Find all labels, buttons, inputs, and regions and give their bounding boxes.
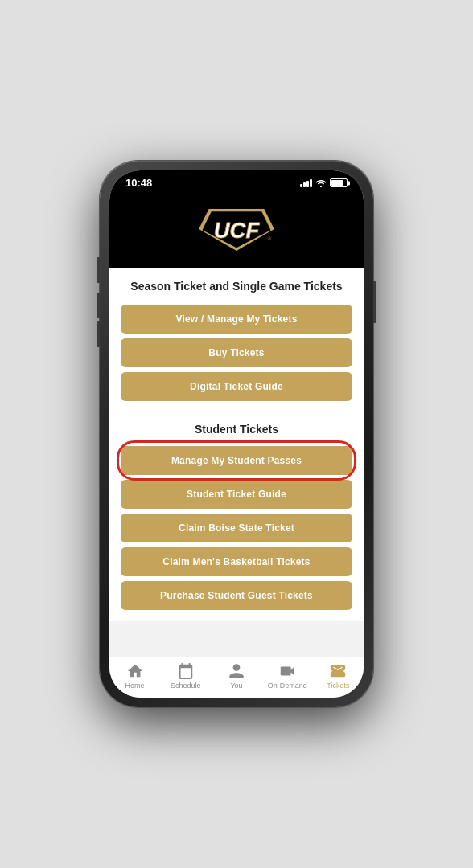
manage-student-passes-button[interactable]: Manage My Student Passes	[121, 446, 352, 475]
person-icon	[228, 662, 245, 680]
header-area: UCF UCF ®	[109, 192, 364, 268]
buy-tickets-button[interactable]: Buy Tickets	[121, 338, 352, 367]
bottom-nav: Home Schedule You On-De	[109, 657, 364, 698]
digital-ticket-guide-button[interactable]: Digital Ticket Guide	[121, 372, 352, 401]
nav-tickets-label: Tickets	[327, 682, 349, 690]
section2-buttons: Manage My Student Passes Student Ticket …	[109, 443, 364, 621]
student-ticket-guide-button[interactable]: Student Ticket Guide	[121, 480, 352, 509]
section1-buttons: View / Manage My Tickets Buy Tickets Dig…	[109, 301, 364, 412]
svg-text:®: ®	[268, 236, 272, 241]
nav-home-label: Home	[125, 682, 145, 690]
nav-you-label: You	[230, 682, 242, 690]
claim-basketball-tickets-button[interactable]: Claim Men's Basketball Tickets	[121, 547, 352, 576]
manage-student-passes-wrapper: Manage My Student Passes	[121, 446, 352, 475]
section1-heading: Season Ticket and Single Game Tickets	[109, 268, 364, 301]
nav-tickets[interactable]: Tickets	[318, 662, 358, 690]
signal-icon	[300, 179, 312, 187]
nav-ondemand-label: On-Demand	[268, 682, 307, 690]
status-icons	[300, 178, 348, 187]
home-icon	[126, 662, 144, 680]
section2-heading: Student Tickets	[109, 412, 364, 443]
ticket-icon	[329, 662, 347, 680]
nav-home[interactable]: Home	[115, 662, 155, 690]
notch	[196, 170, 277, 188]
phone-screen: 10:48	[109, 170, 364, 698]
video-icon	[278, 662, 296, 680]
svg-text:UCF: UCF	[214, 218, 261, 243]
nav-schedule-label: Schedule	[171, 682, 201, 690]
view-manage-tickets-button[interactable]: View / Manage My Tickets	[121, 305, 352, 334]
ucf-logo: UCF UCF ®	[196, 205, 277, 253]
claim-boise-state-button[interactable]: Claim Boise State Ticket	[121, 514, 352, 542]
phone-frame: 10:48	[100, 161, 373, 707]
status-time: 10:48	[125, 177, 152, 189]
scroll-area[interactable]: Season Ticket and Single Game Tickets Vi…	[109, 268, 364, 657]
nav-schedule[interactable]: Schedule	[166, 662, 206, 690]
calendar-icon	[177, 662, 195, 680]
nav-you[interactable]: You	[216, 662, 257, 690]
nav-ondemand[interactable]: On-Demand	[267, 662, 307, 690]
wifi-icon	[315, 178, 327, 187]
battery-icon	[330, 178, 348, 187]
purchase-guest-tickets-button[interactable]: Purchase Student Guest Tickets	[121, 581, 352, 610]
